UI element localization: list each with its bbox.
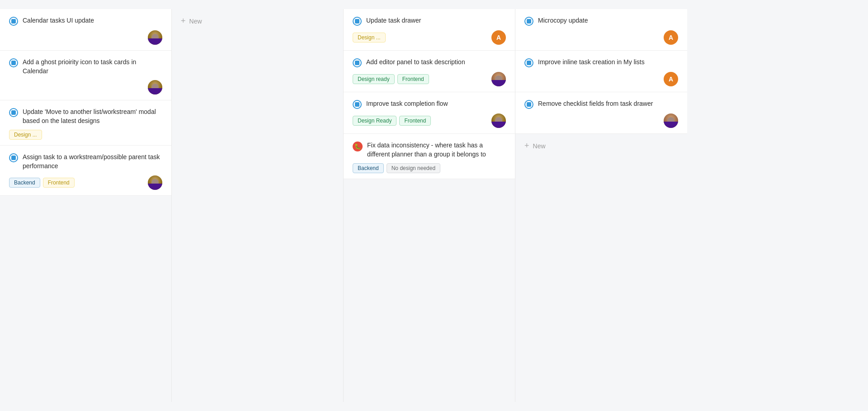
task-card[interactable]: Remove checklist fields from task drawer [515,92,687,134]
tag: Frontend [399,116,431,126]
card-footer: BackendNo design needed [353,163,506,173]
task-checkbox-icon[interactable] [353,58,362,67]
avatar [491,72,506,86]
avatar-wrapper [664,113,678,128]
card-header: Calendar tasks UI update [9,16,162,26]
avatar: A [664,72,678,86]
tag: Frontend [397,74,429,84]
tag: No design needed [387,163,440,173]
card-footer: Design ReadyFrontend [353,113,506,128]
avatar-wrapper [148,175,162,190]
column-4: Microcopy updateAImprove inline task cre… [515,9,687,402]
card-title: Add a ghost prioirity icon to task cards… [23,58,162,76]
card-header: Add a ghost prioirity icon to task cards… [9,58,162,76]
card-title: Microcopy update [538,16,678,25]
avatar [148,175,162,190]
card-title: Update 'Move to another list/workstream'… [23,108,162,125]
avatar: A [664,30,678,45]
avatar-wrapper [491,72,506,86]
plus-icon: + [524,141,529,151]
tag: Design ready [353,74,395,84]
card-footer [9,80,162,94]
task-card[interactable]: Microcopy updateA [515,9,687,51]
tag: Backend [9,178,40,188]
tag: Backend [353,163,384,173]
avatar-wrapper [148,80,162,94]
card-footer: Design ... [9,130,162,140]
avatar [491,113,506,128]
tag: Design ... [9,130,42,140]
task-checkbox-icon[interactable] [9,58,18,67]
card-header: Microcopy update [524,16,678,26]
card-title: Assign task to a workstream/possible par… [23,153,162,170]
task-card[interactable]: Calendar tasks UI update [0,9,171,51]
tag: Frontend [43,178,75,188]
task-card[interactable]: Improve inline task creation in My lists… [515,51,687,92]
task-checkbox-icon[interactable] [524,100,533,109]
card-header: Update 'Move to another list/workstream'… [9,108,162,125]
card-tags: Design readyFrontend [353,74,429,84]
task-card[interactable]: 🐛Fix data inconsistency - where task has… [344,134,515,179]
avatar-wrapper: A [664,30,678,45]
plus-icon: + [181,16,186,26]
card-footer: BackendFrontend [9,175,162,190]
column-2: +New [172,9,344,402]
task-checkbox-icon[interactable] [524,17,533,26]
tag: Design Ready [353,116,396,126]
card-header: Improve inline task creation in My lists [524,58,678,67]
card-tags: Design ... [353,33,386,43]
task-card[interactable]: Improve task completion flowDesign Ready… [344,92,515,134]
column-1: Calendar tasks UI updateAdd a ghost prio… [0,9,172,402]
card-title: Add editor panel to task description [366,58,506,67]
avatar [148,80,162,94]
card-title: Remove checklist fields from task drawer [538,99,678,109]
task-card[interactable]: Update task drawerDesign ...A [344,9,515,51]
card-footer: Design ...A [353,30,506,45]
card-header: Improve task completion flow [353,99,506,109]
avatar-wrapper: A [664,72,678,86]
new-button-label: New [189,18,202,25]
kanban-board: Calendar tasks UI updateAdd a ghost prio… [0,0,868,411]
column-3: Update task drawerDesign ...AAdd editor … [344,9,515,402]
card-header: Add editor panel to task description [353,58,506,67]
card-footer: Design readyFrontend [353,72,506,86]
card-footer [524,113,678,128]
new-card-button[interactable]: +New [172,9,343,33]
card-title: Improve inline task creation in My lists [538,58,678,67]
task-card[interactable]: Update 'Move to another list/workstream'… [0,100,171,146]
task-checkbox-icon[interactable] [9,108,18,117]
task-checkbox-icon[interactable] [524,58,533,67]
avatar [148,30,162,45]
card-footer: A [524,30,678,45]
card-title: Calendar tasks UI update [23,16,162,25]
card-header: Remove checklist fields from task drawer [524,99,678,109]
card-footer: A [524,72,678,86]
task-checkbox-icon[interactable] [353,17,362,26]
new-card-button[interactable]: +New [515,134,687,158]
task-card[interactable]: Add a ghost prioirity icon to task cards… [0,51,171,100]
avatar: A [491,30,506,45]
task-checkbox-icon[interactable] [9,153,18,162]
card-tags: Design ... [9,130,42,140]
tag: Design ... [353,33,386,43]
card-header: 🐛Fix data inconsistency - where task has… [353,141,506,159]
card-header: Assign task to a workstream/possible par… [9,153,162,170]
avatar-wrapper [491,113,506,128]
avatar-wrapper: A [491,30,506,45]
task-card[interactable]: Add editor panel to task descriptionDesi… [344,51,515,92]
avatar-wrapper [148,30,162,45]
bug-icon[interactable]: 🐛 [353,142,363,151]
card-tags: BackendNo design needed [353,163,440,173]
card-title: Update task drawer [366,16,506,25]
task-checkbox-icon[interactable] [353,100,362,109]
card-footer [9,30,162,45]
card-title: Fix data inconsistency - where task has … [367,141,506,159]
task-card[interactable]: Assign task to a workstream/possible par… [0,146,171,195]
avatar [664,113,678,128]
card-header: Update task drawer [353,16,506,26]
card-tags: Design ReadyFrontend [353,116,431,126]
card-tags: BackendFrontend [9,178,75,188]
new-button-label: New [533,142,546,150]
card-title: Improve task completion flow [366,99,506,109]
task-checkbox-icon[interactable] [9,17,18,26]
